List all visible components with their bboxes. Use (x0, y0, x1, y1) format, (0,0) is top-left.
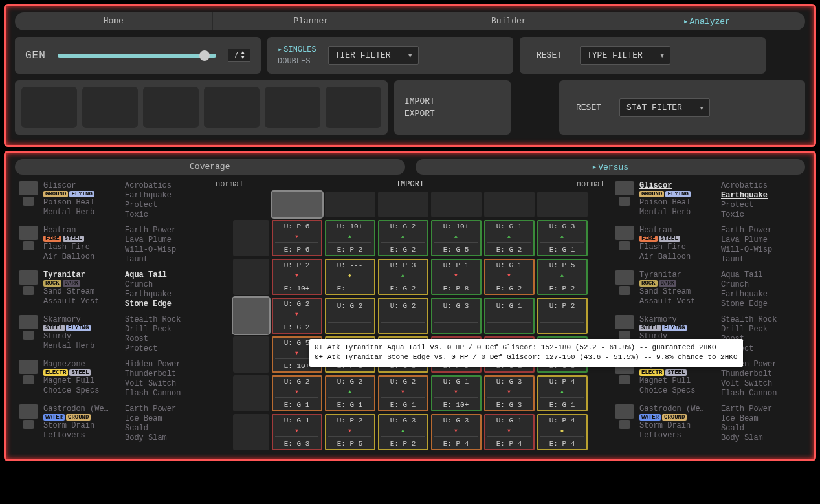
gen-slider[interactable] (58, 54, 216, 58)
poke-entry[interactable]: GliscorGROUNDFLYINGPoison HealMental Her… (611, 180, 805, 221)
versus-cell[interactable]: U: G 1 (484, 298, 535, 334)
poke-move[interactable]: Thunderbolt (721, 369, 792, 378)
poke-move[interactable]: Toxic (125, 210, 196, 219)
versus-cell[interactable]: U: ---◆E: --- (325, 259, 375, 295)
poke-move[interactable]: Protect (125, 344, 196, 353)
export-button[interactable]: EXPORT (404, 109, 500, 118)
poke-move[interactable]: Earthquake (721, 290, 792, 299)
grid-col-header[interactable] (378, 192, 428, 217)
stat-reset-button[interactable]: RESET (570, 100, 608, 115)
poke-move[interactable]: Volt Switch (721, 379, 792, 388)
stat-filter-select[interactable]: STAT FILTER (619, 98, 710, 117)
poke-move[interactable]: Earthquake (721, 191, 792, 200)
poke-move[interactable]: Drill Peck (125, 325, 196, 334)
poke-move[interactable]: Thunderbolt (125, 369, 196, 378)
grid-row-header[interactable] (233, 259, 269, 295)
spinner-icon[interactable]: ▲▼ (241, 51, 245, 60)
grid-col-header[interactable] (537, 192, 588, 217)
poke-move[interactable]: Toxic (721, 210, 792, 219)
versus-cell[interactable]: U: P 6▼E: P 6 (272, 220, 322, 256)
versus-cell[interactable]: U: G 2 (325, 298, 375, 334)
poke-move[interactable]: Hidden Power (125, 360, 196, 369)
tab-versus[interactable]: ▸Versus (416, 159, 806, 175)
versus-cell[interactable]: U: P 5▲E: P 2 (537, 259, 588, 295)
grid-col-header[interactable] (272, 192, 322, 217)
versus-cell[interactable]: U: P 2 (537, 298, 588, 334)
poke-move[interactable]: Stone Edge (125, 300, 196, 309)
versus-cell[interactable]: U: G 2▼E: G 1 (272, 375, 322, 411)
versus-cell[interactable]: U: G 2 (378, 298, 428, 334)
poke-entry[interactable]: Gastrodon (We…WATERGROUNDStorm DrainLeft… (611, 403, 805, 444)
team-slot[interactable] (82, 87, 138, 128)
versus-cell[interactable]: U: 10+▲E: G 5 (431, 220, 482, 256)
poke-move[interactable]: Ice Beam (721, 414, 792, 423)
poke-entry[interactable]: MagnezoneELECTRSTEELMagnet PullChoice Sp… (15, 358, 209, 399)
versus-cell[interactable]: U: G 2▲E: G 2 (378, 220, 428, 256)
grid-row-header[interactable] (233, 298, 269, 334)
versus-cell[interactable]: U: G 3▲E: G 1 (537, 220, 588, 256)
poke-move[interactable]: Will-O-Wisp (125, 245, 196, 254)
poke-entry[interactable]: HeatranFIRESTEELFlash FireAir BalloonEar… (15, 225, 209, 265)
poke-move[interactable]: Taunt (721, 255, 792, 264)
poke-move[interactable]: Stealth Rock (125, 315, 196, 324)
grid-row-header[interactable] (233, 375, 269, 411)
poke-move[interactable]: Protect (125, 201, 196, 210)
poke-move[interactable]: Body Slam (125, 433, 196, 443)
poke-move[interactable]: Earth Power (721, 404, 792, 413)
poke-entry[interactable]: Gastrodon (We…WATERGROUNDStorm DrainLeft… (15, 403, 209, 444)
team-slot[interactable] (265, 87, 320, 128)
poke-move[interactable]: Aqua Tail (721, 270, 792, 279)
poke-move[interactable]: Ice Beam (125, 414, 196, 423)
poke-move[interactable]: Body Slam (721, 433, 792, 443)
versus-cell[interactable]: U: P 1▼E: P 8 (431, 259, 482, 295)
versus-cell[interactable]: U: G 3▲E: P 2 (378, 414, 428, 450)
team-slot[interactable] (21, 87, 77, 128)
poke-move[interactable]: Aqua Tail (125, 270, 196, 279)
poke-move[interactable]: Scald (125, 424, 196, 433)
poke-move[interactable]: Protect (721, 201, 792, 210)
versus-cell[interactable]: U: 10+▲E: P 2 (325, 220, 375, 256)
poke-move[interactable]: Earth Power (125, 404, 196, 413)
grid-row-header[interactable] (233, 336, 269, 373)
grid-col-header[interactable] (484, 192, 535, 217)
tier-filter-select[interactable]: TIER FILTER (328, 46, 419, 65)
poke-move[interactable]: Crunch (125, 280, 196, 289)
poke-move[interactable]: Earth Power (125, 226, 196, 235)
import-button[interactable]: IMPORT (404, 96, 500, 106)
type-filter-select[interactable]: TYPE FILTER (580, 46, 670, 65)
team-slot[interactable] (143, 87, 199, 128)
versus-cell[interactable]: U: G 1▼E: G 2 (484, 259, 535, 295)
poke-entry[interactable]: HeatranFIRESTEELFlash FireAir BalloonEar… (611, 225, 805, 265)
poke-move[interactable]: Flash Cannon (125, 389, 196, 398)
versus-cell[interactable]: U: G 1▼E: G 3 (272, 414, 322, 450)
tab-coverage[interactable]: Coverage (15, 159, 405, 175)
versus-cell[interactable]: U: G 1▲E: G 2 (484, 220, 535, 256)
poke-move[interactable]: Lava Plume (721, 236, 792, 245)
versus-cell[interactable]: U: P 2▼E: P 5 (325, 414, 375, 450)
poke-entry[interactable]: GliscorGROUNDFLYINGPoison HealMental Her… (15, 180, 209, 221)
poke-move[interactable]: Drill Peck (721, 325, 792, 334)
versus-cell[interactable]: U: P 2▼E: 10+ (272, 259, 322, 295)
versus-cell[interactable]: U: G 3 (431, 298, 482, 334)
poke-move[interactable]: Acrobatics (125, 181, 196, 190)
versus-cell[interactable]: U: G 1▼E: P 4 (484, 414, 535, 450)
versus-cell[interactable]: U: P 4▲E: G 1 (537, 375, 588, 411)
versus-cell[interactable]: U: G 2▼E: G 1 (378, 375, 428, 411)
format-singles[interactable]: ▸SINGLES (278, 45, 316, 54)
team-slot[interactable] (326, 87, 381, 128)
poke-move[interactable]: Taunt (125, 255, 196, 264)
grid-col-header[interactable] (325, 192, 375, 217)
nav-planner[interactable]: Planner (213, 12, 411, 30)
poke-entry[interactable]: TyranitarROCKDARKSand StreamAssault Vest… (15, 269, 209, 310)
nav-builder[interactable]: Builder (410, 12, 608, 30)
versus-cell[interactable]: U: G 2▲E: G 1 (325, 375, 375, 411)
gen-value-box[interactable]: 7▲▼ (228, 49, 250, 62)
poke-entry[interactable]: SkarmorySTEELFLYINGSturdyMental HerbStea… (15, 314, 209, 355)
poke-move[interactable]: Scald (721, 424, 792, 433)
poke-move[interactable]: Volt Switch (125, 379, 196, 388)
poke-move[interactable]: Earthquake (125, 290, 196, 299)
nav-analyzer[interactable]: ▸Analyzer (608, 12, 806, 30)
poke-move[interactable]: Roost (125, 334, 196, 344)
poke-move[interactable]: Lava Plume (125, 236, 196, 245)
poke-move[interactable]: Earth Power (721, 226, 792, 235)
